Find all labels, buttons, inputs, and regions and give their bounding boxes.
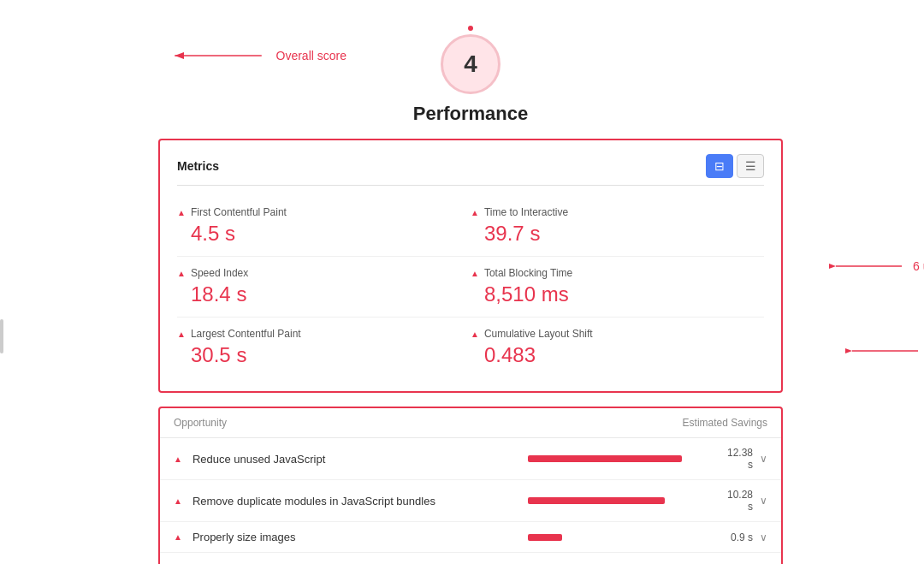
metric-label-row-tbt: ▲ Total Blocking Time (471, 267, 750, 279)
metric-label-fcp: First Contentful Paint (191, 206, 287, 218)
metric-value-lcp: 30.5 s (191, 343, 457, 367)
opp-bar-2 (528, 534, 562, 541)
opportunity-header-label: Opportunity (174, 417, 227, 429)
metric-label-row-cls: ▲ Cumulative Layout Shift (471, 328, 750, 340)
score-annotation: Overall score (167, 43, 346, 68)
metric-cell-fcp: ▲ First Contentful Paint 4.5 s (177, 196, 471, 257)
score-label: Overall score (276, 49, 346, 62)
opp-bar-container-0 (528, 455, 699, 462)
opportunity-row-1: ▲ Remove duplicate modules in JavaScript… (160, 480, 781, 522)
opp-bar-1 (528, 497, 665, 504)
metrics-annotation-label: 6 user centric metric (913, 259, 924, 273)
opp-chevron-1[interactable]: ∨ (760, 495, 767, 507)
metrics-panel: Metrics ⊟ ☰ ▲ First Contentful Paint (158, 139, 783, 393)
opportunity-panel: Opportunity Estimated Savings ▲ Reduce u… (158, 407, 783, 564)
metric-label-tti: Time to Interactive (484, 206, 568, 218)
opp-savings-2: 0.9 s (706, 531, 753, 543)
metric-label-row-lcp: ▲ Largest Contentful Paint (177, 328, 457, 340)
metrics-controls: ⊟ ☰ (706, 154, 764, 178)
grid-view-button[interactable]: ⊟ (706, 154, 733, 178)
score-value: 4 (464, 50, 477, 78)
metric-cell-cls: ▲ Cumulative Layout Shift 0.483 (471, 318, 764, 377)
metric-label-tbt: Total Blocking Time (484, 267, 572, 279)
list-view-button[interactable]: ☰ (737, 154, 764, 178)
opp-bar-container-2 (528, 534, 699, 541)
metrics-annotation: 6 user centric metric (829, 253, 924, 279)
metric-cell-tti: ▲ Time to Interactive 39.7 s (471, 196, 764, 257)
opp-name-2: Properly size images (192, 531, 475, 543)
score-section: 4 Overall score (441, 17, 500, 94)
problems-annotation-wrapper: Opportunity Estimated Savings ▲ Reduce u… (158, 407, 783, 564)
opportunity-header: Opportunity Estimated Savings (160, 408, 781, 438)
warning-icon-tbt: ▲ (471, 269, 479, 278)
opp-savings-1: 10.28s (706, 489, 753, 513)
problems-annotation: Problems (845, 338, 924, 364)
opportunity-row-3: ▲ Defer offscreen images 0.9 s ∨ (160, 553, 781, 564)
metric-value-cls: 0.483 (484, 343, 750, 367)
warning-icon-cls: ▲ (471, 329, 479, 339)
warning-icon-fcp: ▲ (177, 208, 186, 217)
warning-icon-tti: ▲ (471, 208, 479, 217)
opp-bar-section-0: 12.38s ∨ (485, 447, 767, 471)
main-content: 4 Overall score (34, 17, 890, 564)
warning-icon-opp-0: ▲ (174, 454, 182, 464)
metric-cell-lcp: ▲ Largest Contentful Paint 30.5 s (177, 318, 471, 377)
metrics-grid: ▲ First Contentful Paint 4.5 s ▲ Time to… (177, 196, 764, 377)
opp-bar-section-2: 0.9 s ∨ (485, 531, 767, 543)
performance-title: Performance (413, 103, 529, 125)
opp-chevron-0[interactable]: ∨ (760, 453, 767, 465)
warning-icon-lcp: ▲ (177, 329, 186, 339)
sidebar-indicator (0, 319, 3, 353)
score-dot (468, 26, 473, 31)
metric-value-tti: 39.7 s (484, 222, 750, 246)
opp-chevron-2[interactable]: ∨ (760, 531, 767, 543)
opp-bar-container-1 (528, 497, 699, 504)
warning-icon-opp-1: ▲ (174, 496, 182, 506)
metric-value-tbt: 8,510 ms (484, 282, 750, 306)
metric-label-row-si: ▲ Speed Index (177, 267, 457, 279)
warning-icon-si: ▲ (177, 269, 186, 278)
page-container: 4 Overall score (0, 0, 924, 564)
score-arrow (167, 43, 270, 68)
opportunity-row-0: ▲ Reduce unused JavaScript 12.38s ∨ (160, 438, 781, 480)
metric-label-lcp: Largest Contentful Paint (191, 328, 301, 340)
opp-name-0: Reduce unused JavaScript (192, 453, 475, 466)
list-icon: ☰ (745, 159, 756, 173)
opp-bar-0 (528, 455, 682, 462)
metric-label-si: Speed Index (191, 267, 248, 279)
warning-icon-opp-2: ▲ (174, 532, 182, 542)
metric-value-si: 18.4 s (191, 282, 457, 306)
opp-savings-0: 12.38s (706, 447, 753, 471)
metric-value-fcp: 4.5 s (191, 222, 457, 246)
score-circle-wrapper: 4 (441, 26, 500, 94)
opportunity-row-2: ▲ Properly size images 0.9 s ∨ (160, 522, 781, 553)
opp-name-1: Remove duplicate modules in JavaScript b… (192, 495, 475, 508)
metric-cell-tbt: ▲ Total Blocking Time 8,510 ms (471, 257, 764, 318)
metrics-panel-title: Metrics (177, 159, 219, 173)
metrics-header: Metrics ⊟ ☰ (177, 154, 764, 186)
opp-bar-section-1: 10.28s ∨ (485, 489, 767, 513)
metric-label-cls: Cumulative Layout Shift (484, 328, 593, 340)
opportunity-header-savings: Estimated Savings (683, 417, 767, 429)
metric-cell-si: ▲ Speed Index 18.4 s (177, 257, 471, 318)
overall-score-circle: 4 (441, 34, 500, 94)
metric-label-row-fcp: ▲ First Contentful Paint (177, 206, 457, 218)
grid-icon: ⊟ (714, 159, 725, 173)
metric-label-row-tti: ▲ Time to Interactive (471, 206, 750, 218)
